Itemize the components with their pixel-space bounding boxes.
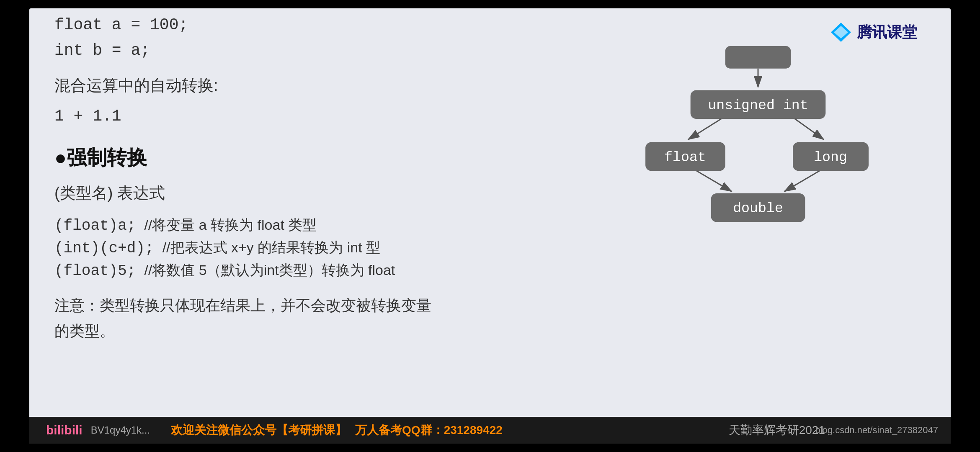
- qq-text: 万人备考QQ群：231289422: [355, 422, 503, 438]
- code-line-2: int b = a;: [54, 38, 431, 64]
- example-row-2: (int)(c+d); //把表达式 x+y 的结果转换为 int 型: [54, 238, 431, 257]
- expression: 1 + 1.1: [54, 104, 431, 129]
- float-label: float: [664, 149, 706, 165]
- tencent-logo: 腾讯课堂: [830, 21, 917, 44]
- tencent-name: 腾讯课堂: [857, 22, 917, 43]
- arrow-to-long: [795, 119, 823, 139]
- forced-conversion-heading: ●强制转换: [54, 144, 431, 171]
- code-examples: (float)a; //将变量 a 转换为 float 类型 (int)(c+d…: [54, 216, 431, 280]
- example-comment-3: //将数值 5（默认为int类型）转换为 float: [144, 261, 395, 280]
- left-content: float a = 100; int b = a; 混合运算中的自动转换: 1 …: [54, 8, 431, 444]
- example-code-1: (float)a;: [54, 217, 136, 234]
- example-row-1: (float)a; //将变量 a 转换为 float 类型: [54, 216, 431, 235]
- bottom-bar: bilibili BV1qy4y1k... 欢迎关注微信公众号【考研拼课】 万人…: [29, 417, 951, 444]
- top-node-box: [725, 46, 791, 69]
- syntax-label: (类型名) 表达式: [54, 179, 431, 207]
- long-label: long: [814, 149, 847, 165]
- arrow-to-float: [689, 119, 721, 139]
- arrow-float-to-double: [696, 171, 731, 191]
- diagram-area: 腾讯课堂 unsigned int float: [582, 17, 926, 226]
- wechat-text: 欢迎关注微信公众号【考研拼课】: [171, 422, 347, 438]
- example-row-3: (float)5; //将数值 5（默认为int类型）转换为 float: [54, 261, 431, 280]
- unsigned-int-label: unsigned int: [708, 98, 808, 113]
- type-conversion-diagram: unsigned int float long double: [595, 46, 921, 230]
- note-text: 注意：类型转换只体现在结果上，并不会改变被转换变量的类型。: [54, 293, 431, 344]
- example-code-3: (float)5;: [54, 262, 136, 280]
- example-code-2: (int)(c+d);: [54, 240, 154, 257]
- example-comment-1: //将变量 a 转换为 float 类型: [144, 216, 317, 235]
- bilibili-logo: bilibili: [46, 423, 83, 437]
- tencent-icon: [830, 21, 853, 44]
- csdn-text: blog.csdn.net/sinat_27382047: [815, 425, 938, 436]
- main-screen: float a = 100; int b = a; 混合运算中的自动转换: 1 …: [29, 8, 951, 444]
- code-block-top: float a = 100; int b = a;: [54, 13, 431, 64]
- double-label: double: [733, 200, 783, 216]
- example-comment-2: //把表达式 x+y 的结果转换为 int 型: [162, 238, 380, 257]
- arrow-long-to-double: [785, 171, 820, 191]
- auto-convert-label: 混合运算中的自动转换:: [54, 71, 431, 100]
- code-line-1: float a = 100;: [54, 13, 431, 38]
- bv-id: BV1qy4y1k...: [91, 424, 150, 436]
- tianqin-text: 天勤率辉考研2021: [729, 422, 825, 438]
